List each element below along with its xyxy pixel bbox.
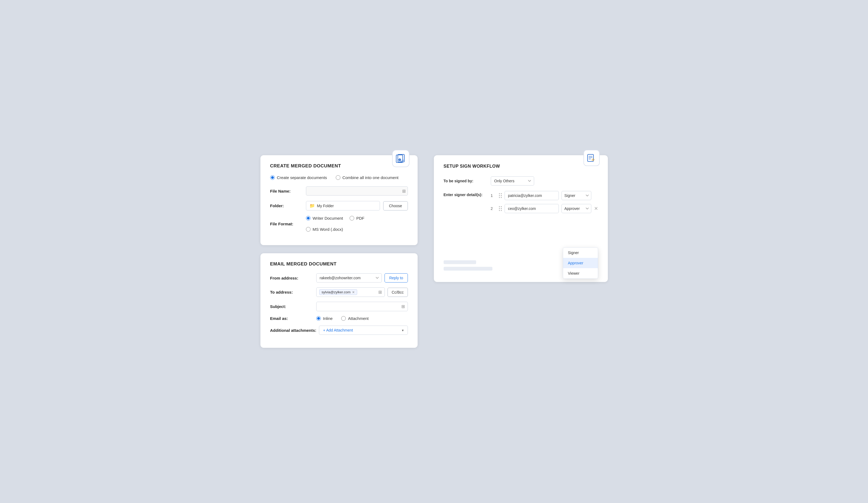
from-address-row: From address: rakeeb@zohowriter.com Repl… [270,273,408,283]
email-as-row: Email as: Inline Attachment [270,316,408,321]
file-format-label: File Format: [270,222,303,226]
pdf-label: PDF [356,216,364,220]
skeleton-line-2 [444,267,493,271]
subject-label: Subject: [270,304,313,309]
signer-details-row: Enter signer detail(s): 1 Signer Approve… [444,191,598,217]
signer-role-2[interactable]: Signer Approver Viewer [561,204,591,213]
create-merged-title: CREATE MERGED DOCUMENT [270,163,408,169]
subject-row: Subject: ⊞ [270,302,408,311]
drag-handle-2[interactable] [499,206,502,211]
writer-doc-label: Writer Document [313,216,343,220]
separate-docs-option[interactable]: Create separate documents [270,175,327,180]
folder-icon: 📁 [309,203,315,208]
email-tag-text: sylvia@zylker.com [322,290,351,294]
file-name-label: File Name: [270,189,303,193]
combine-docs-label: Combine all into one document [342,175,399,180]
pdf-radio[interactable] [350,216,354,220]
inline-label: Inline [323,316,333,321]
writer-doc-option[interactable]: Writer Document [306,216,343,220]
email-tag: sylvia@zylker.com ✕ [319,289,357,295]
reply-to-button[interactable]: Reply to [384,273,407,283]
cc-bcc-button[interactable]: Cc/Bcc [388,288,407,297]
subject-input[interactable] [319,304,400,309]
drag-handle-1[interactable] [499,193,502,198]
subject-expand-icon[interactable]: ⊞ [401,304,405,309]
remove-signer-2-button[interactable]: ✕ [594,206,598,211]
to-be-signed-row: To be signed by: Only Others Only Me Me … [444,176,598,186]
email-merged-card: EMAIL MERGED DOCUMENT From address: rake… [260,253,417,348]
role-dropdown-menu: Signer Approver Viewer [563,247,598,279]
create-merged-card: CREATE MERGED DOCUMENT Create separate d… [260,155,417,245]
signer-list: 1 Signer Approver Viewer 2 [491,191,598,217]
combine-docs-radio[interactable] [336,175,340,180]
additional-attachments-row: Additional attachments: + Add Attachment… [270,326,408,335]
dropdown-signer[interactable]: Signer [563,248,598,258]
to-address-expand-icon[interactable]: ⊞ [378,290,382,295]
email-as-label: Email as: [270,316,313,321]
left-column: CREATE MERGED DOCUMENT Create separate d… [260,155,417,348]
signer-entry-1: 1 Signer Approver Viewer [491,191,598,200]
tag-close-icon[interactable]: ✕ [352,290,355,294]
dropdown-viewer[interactable]: Viewer [563,268,598,279]
add-attachment-button[interactable]: + Add Attachment ▾ [319,326,407,335]
inline-radio[interactable] [316,316,321,321]
signer-details-label: Enter signer detail(s): [444,191,487,197]
attachment-radio[interactable] [341,316,346,321]
email-as-group: Inline Attachment [316,316,369,321]
docx-option[interactable]: MS Word (.docx) [306,227,343,232]
sign-workflow-title: SETUP SIGN WORKFLOW [444,164,598,169]
attachment-option[interactable]: Attachment [341,316,369,321]
separate-docs-radio[interactable] [270,175,275,180]
signer-num-1: 1 [491,193,496,198]
file-name-input[interactable] [306,186,408,196]
to-be-signed-label: To be signed by: [444,179,487,183]
skeleton-line-1 [444,260,476,264]
to-address-row: To address: sylvia@zylker.com ✕ ⊞ Cc/Bcc [270,287,408,297]
to-be-signed-select[interactable]: Only Others Only Me Me and Others [491,176,534,186]
to-address-wrap: sylvia@zylker.com ✕ ⊞ [316,287,385,297]
file-format-group: Writer Document PDF MS Word (.docx) [306,216,408,232]
doc-type-group: Create separate documents Combine all in… [270,175,408,180]
add-attachment-label: + Add Attachment [323,328,353,332]
separate-docs-label: Create separate documents [277,175,327,180]
sign-icon-wrapper [583,150,600,166]
docx-radio[interactable] [306,227,311,232]
svg-point-6 [402,159,404,161]
inline-option[interactable]: Inline [316,316,333,321]
folder-name: My Folder [317,204,334,208]
page-wrapper: CREATE MERGED DOCUMENT Create separate d… [245,155,624,348]
folder-label: Folder: [270,203,303,208]
writer-doc-radio[interactable] [306,216,311,220]
choose-folder-button[interactable]: Choose [383,201,407,210]
docx-label: MS Word (.docx) [313,227,343,232]
folder-row: Folder: 📁 My Folder Choose [270,201,408,210]
additional-attachments-label: Additional attachments: [270,328,317,333]
signer-entry-2: 2 Signer Approver Viewer ✕ [491,204,598,213]
file-name-expand-icon[interactable]: ⊞ [402,189,406,194]
dropdown-approver[interactable]: Approver [563,258,598,268]
right-column: SETUP SIGN WORKFLOW To be signed by: Onl… [434,155,608,282]
email-merged-title: EMAIL MERGED DOCUMENT [270,261,408,267]
attach-chevron-icon: ▾ [402,328,404,332]
file-name-input-wrap: ⊞ [306,186,408,196]
from-address-label: From address: [270,276,313,280]
signer-num-2: 2 [491,207,496,211]
from-address-select[interactable]: rakeeb@zohowriter.com [316,273,382,283]
sign-workflow-card: SETUP SIGN WORKFLOW To be signed by: Onl… [434,155,608,282]
signer-email-1[interactable] [505,191,559,200]
file-format-row: File Format: Writer Document PDF MS Word… [270,216,408,232]
subject-wrap: ⊞ [316,302,408,311]
to-address-label: To address: [270,290,313,294]
app-icon [392,150,410,167]
signer-email-2[interactable] [505,204,559,213]
signer-role-1[interactable]: Signer Approver Viewer [561,191,591,200]
svg-point-5 [401,161,402,162]
pdf-option[interactable]: PDF [350,216,364,220]
combine-docs-option[interactable]: Combine all into one document [336,175,399,180]
folder-input: 📁 My Folder [306,201,380,210]
file-name-row: File Name: ⊞ [270,186,408,196]
attachment-label: Attachment [348,316,369,321]
